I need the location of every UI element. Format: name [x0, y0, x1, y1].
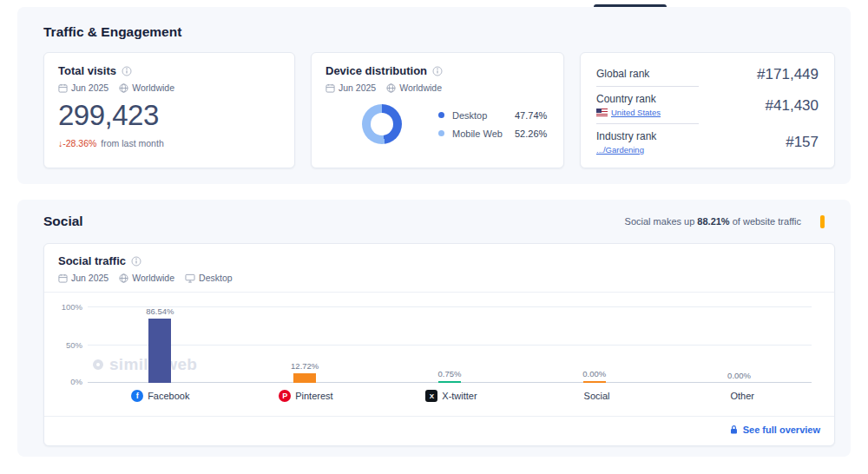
- country-rank-value: #41,430: [766, 97, 819, 115]
- info-icon[interactable]: [122, 66, 132, 76]
- legend-row-mobile-web: Mobile Web 52.26%: [438, 128, 547, 139]
- y-tick-0: 0%: [53, 377, 82, 386]
- y-tick-50: 50%: [53, 340, 82, 350]
- category-label: Other: [730, 391, 754, 401]
- bar-value-label: 0.00%: [582, 369, 606, 379]
- social-section: Social Social makes up 88.21% of website…: [17, 200, 851, 457]
- globe-icon: [119, 273, 128, 283]
- bar-x-twitter[interactable]: 0.75%: [378, 306, 523, 383]
- device-distribution-title: Device distribution: [326, 64, 427, 77]
- ranks-card: Global rank #171,449 Country rank United…: [580, 52, 835, 168]
- date-chip: Jun 2025: [58, 273, 108, 283]
- calendar-icon: [58, 273, 68, 283]
- device-legend: Desktop 47.74% Mobile Web 52.26%: [438, 110, 547, 139]
- category-x-twitter: X X-twitter: [378, 390, 524, 402]
- global-rank-value: #171,449: [757, 66, 819, 83]
- visits-change-note: from last month: [101, 138, 163, 148]
- y-tick-100: 100%: [53, 302, 82, 312]
- bar-value-label: 0.00%: [727, 371, 751, 380]
- scope-chip: Worldwide: [386, 82, 442, 93]
- category-other: Other: [669, 390, 815, 402]
- bar-facebook[interactable]: 86.54%: [88, 306, 233, 383]
- see-full-overview-link[interactable]: See full overview: [729, 425, 820, 435]
- date-chip: Jun 2025: [58, 82, 108, 93]
- category-pinterest: P Pinterest: [233, 390, 379, 402]
- social-traffic-card: Social traffic Jun 2025 Worldwide Deskto…: [43, 243, 835, 446]
- mobile-web-dot-icon: [438, 130, 444, 136]
- desktop-icon: [185, 273, 195, 283]
- country-rank-row: Country rank United States #41,430: [596, 87, 819, 124]
- category-label: X-twitter: [442, 391, 477, 401]
- category-label: Social: [584, 391, 610, 401]
- date-label: Jun 2025: [71, 82, 108, 93]
- bar-fill-pinterest[interactable]: [293, 373, 316, 383]
- summary-prefix: Social makes up: [625, 216, 698, 227]
- total-visits-title: Total visits: [58, 64, 116, 77]
- social-traffic-title: Social traffic: [58, 254, 126, 267]
- device-donut-chart[interactable]: [362, 104, 402, 144]
- industry-rank-value: #157: [786, 134, 819, 151]
- traffic-cards-row: Total visits Jun 2025 Worldwide 299,423 …: [43, 52, 835, 168]
- global-rank-row: Global rank #171,449: [596, 62, 819, 87]
- bar-value-label: 0.75%: [438, 369, 462, 379]
- legend-value: 52.26%: [515, 128, 547, 139]
- scope-label: Worldwide: [132, 273, 174, 283]
- date-label: Jun 2025: [339, 82, 376, 93]
- scope-chip: Worldwide: [119, 82, 174, 93]
- summary-suffix: of website traffic: [730, 216, 801, 227]
- scope-label: Worldwide: [132, 82, 174, 93]
- category-label: Pinterest: [295, 391, 332, 401]
- lock-icon: [729, 425, 739, 435]
- calendar-icon: [58, 83, 68, 93]
- bar-social[interactable]: 0.00%: [522, 306, 667, 383]
- globe-icon: [119, 83, 128, 93]
- bar-other[interactable]: 0.00%: [667, 306, 812, 383]
- country-link[interactable]: United States: [611, 108, 661, 117]
- date-chip: Jun 2025: [326, 82, 376, 93]
- social-section-title: Social: [43, 214, 83, 229]
- social-traffic-chart: 100% 50% 0% similarweb 86.54% 12.72%: [44, 293, 834, 402]
- device-label: Desktop: [199, 273, 233, 283]
- see-full-overview-label: See full overview: [743, 425, 820, 435]
- country-rank-label: Country rank: [596, 93, 699, 105]
- scope-chip: Worldwide: [119, 273, 174, 283]
- pinterest-icon: P: [279, 390, 291, 402]
- category-social: Social: [524, 390, 670, 402]
- bar-fill-facebook[interactable]: [148, 319, 171, 383]
- total-visits-card: Total visits Jun 2025 Worldwide 299,423 …: [43, 52, 295, 168]
- total-visits-value: 299,423: [58, 99, 280, 132]
- us-flag-icon: [596, 109, 608, 116]
- bar-fill-x-twitter[interactable]: [438, 381, 461, 383]
- scope-label: Worldwide: [399, 82, 442, 93]
- info-icon[interactable]: [131, 256, 141, 267]
- traffic-section-title: Traffic & Engagement: [43, 24, 181, 40]
- industry-link[interactable]: .../Gardening: [596, 145, 644, 155]
- traffic-engagement-section: Traffic & Engagement Total visits Jun 20…: [17, 7, 851, 184]
- social-share-bar: [820, 215, 825, 228]
- legend-label: Mobile Web: [452, 128, 515, 139]
- summary-percent: 88.21%: [697, 216, 729, 227]
- global-rank-label: Global rank: [596, 68, 699, 80]
- category-facebook: f Facebook: [88, 390, 233, 402]
- visits-change-value: ↓-28.36%: [58, 138, 96, 148]
- desktop-dot-icon: [438, 112, 444, 118]
- industry-rank-row: Industry rank .../Gardening #157: [596, 124, 819, 161]
- bar-fill-social[interactable]: [583, 381, 606, 383]
- device-chip: Desktop: [185, 273, 233, 283]
- legend-label: Desktop: [452, 110, 515, 121]
- category-label: Facebook: [148, 391, 189, 401]
- legend-value: 47.74%: [515, 110, 547, 121]
- info-icon[interactable]: [432, 66, 443, 76]
- industry-rank-label: Industry rank: [596, 130, 699, 142]
- facebook-icon: f: [131, 390, 143, 402]
- device-distribution-card: Device distribution Jun 2025 Worldwide: [311, 52, 564, 168]
- date-label: Jun 2025: [71, 273, 108, 283]
- legend-row-desktop: Desktop 47.74%: [438, 110, 547, 121]
- social-share-summary: Social makes up 88.21% of website traffi…: [625, 216, 801, 227]
- x-twitter-icon: X: [425, 390, 437, 402]
- globe-icon: [386, 83, 396, 93]
- bar-pinterest[interactable]: 12.72%: [233, 306, 378, 383]
- calendar-icon: [326, 83, 335, 93]
- bar-value-label: 12.72%: [291, 361, 319, 371]
- bar-value-label: 86.54%: [146, 306, 174, 316]
